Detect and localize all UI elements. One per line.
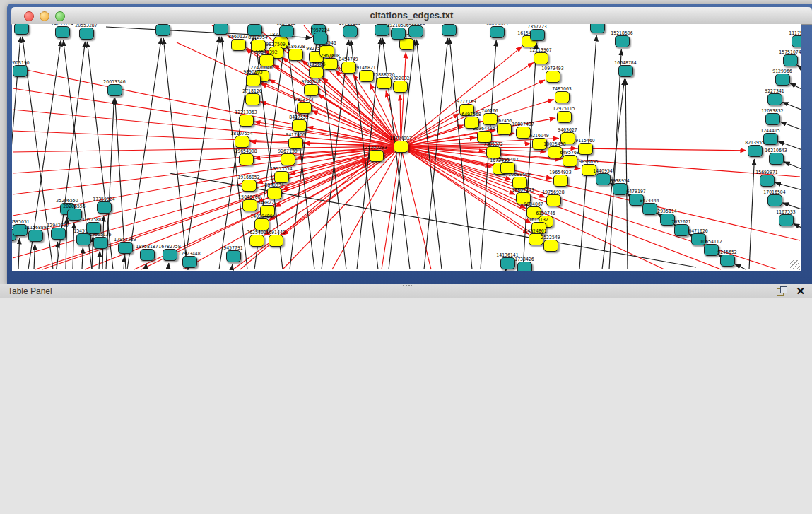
graph-node[interactable] [779, 214, 794, 226]
network-window-titlebar[interactable]: citations_edges.txt [11, 7, 812, 25]
graph-node[interactable] [534, 52, 548, 64]
graph-node[interactable] [247, 24, 262, 36]
graph-node[interactable] [107, 84, 122, 96]
graph-node[interactable] [442, 24, 457, 36]
graph-node[interactable] [288, 137, 303, 149]
network-canvas[interactable]: 1872400786601238912954182260589827509818… [12, 24, 801, 271]
graph-node[interactable] [242, 199, 257, 211]
graph-node[interactable] [313, 33, 328, 45]
resize-grip[interactable] [790, 260, 800, 270]
graph-node[interactable] [393, 81, 408, 93]
graph-node[interactable] [343, 25, 358, 37]
graph-node[interactable] [775, 74, 790, 86]
graph-node[interactable] [596, 173, 611, 185]
graph-node[interactable] [28, 230, 43, 242]
graph-node[interactable] [691, 233, 706, 245]
graph-node[interactable] [245, 93, 260, 105]
graph-node[interactable] [760, 175, 775, 187]
graph-node[interactable] [618, 65, 633, 77]
graph-node[interactable] [242, 180, 257, 192]
graph-node[interactable] [163, 249, 177, 261]
graph-node[interactable] [560, 132, 575, 144]
graph-node[interactable] [399, 38, 414, 50]
graph-node[interactable] [408, 25, 423, 37]
graph-node[interactable] [323, 58, 338, 70]
graph-node[interactable] [226, 250, 241, 262]
graph-node[interactable] [13, 65, 28, 77]
graph-node[interactable] [260, 205, 275, 217]
graph-node[interactable] [546, 71, 560, 83]
graph-node[interactable] [546, 194, 561, 206]
graph-node[interactable] [269, 235, 283, 247]
graph-node[interactable] [375, 24, 389, 36]
graph-node[interactable] [464, 117, 479, 129]
graph-node[interactable] [765, 113, 780, 125]
graph-node[interactable] [553, 175, 568, 187]
graph-node[interactable] [249, 235, 264, 247]
graph-node[interactable] [377, 77, 392, 89]
graph-node[interactable] [246, 74, 261, 86]
graph-node[interactable] [615, 35, 630, 47]
graph-node[interactable] [281, 153, 295, 165]
graph-node[interactable] [517, 262, 532, 272]
graph-node[interactable] [767, 194, 782, 206]
graph-node[interactable] [93, 237, 108, 249]
graph-node[interactable] [543, 240, 558, 252]
graph-node[interactable] [483, 113, 498, 125]
graph-node[interactable] [660, 214, 675, 226]
graph-node[interactable] [590, 24, 605, 33]
graph-node[interactable] [155, 24, 170, 36]
graph-node[interactable] [497, 123, 512, 135]
graph-node[interactable] [500, 257, 515, 269]
graph-node[interactable] [369, 150, 384, 162]
graph-node[interactable] [259, 54, 274, 66]
graph-node[interactable] [274, 171, 289, 183]
graph-node[interactable] [767, 93, 782, 105]
graph-node[interactable] [763, 133, 778, 145]
graph-node[interactable] [704, 244, 719, 256]
close-panel-icon[interactable]: ✕ [796, 285, 805, 297]
graph-node[interactable] [500, 162, 515, 174]
splitter-handle-icon[interactable] [402, 284, 412, 288]
graph-node[interactable] [486, 146, 501, 158]
graph-node[interactable] [783, 54, 798, 66]
graph-node[interactable] [512, 177, 527, 189]
float-panel-icon[interactable] [777, 286, 787, 296]
graph-node[interactable] [304, 84, 319, 96]
graph-node[interactable] [748, 145, 763, 157]
graph-node[interactable] [359, 70, 374, 82]
graph-node[interactable] [548, 146, 563, 158]
graph-node[interactable] [97, 201, 112, 214]
graph-node[interactable] [516, 127, 531, 139]
graph-node[interactable] [529, 233, 543, 245]
graph-node[interactable] [140, 249, 155, 261]
graph-node[interactable] [578, 143, 593, 155]
graph-node[interactable] [86, 222, 101, 234]
graph-node[interactable] [530, 29, 545, 41]
graph-node[interactable] [477, 131, 492, 143]
graph-node[interactable] [79, 28, 94, 40]
graph-node[interactable] [239, 115, 254, 127]
graph-node[interactable] [769, 153, 784, 165]
graph-node[interactable] [297, 102, 312, 114]
graph-node[interactable] [516, 192, 531, 204]
graph-node[interactable] [239, 153, 254, 165]
graph-node[interactable] [251, 40, 266, 52]
graph-node[interactable] [292, 119, 307, 132]
graph-node[interactable] [555, 91, 570, 103]
graph-node[interactable] [459, 104, 474, 116]
graph-node[interactable] [582, 164, 596, 176]
graph-node[interactable] [235, 136, 249, 148]
graph-node[interactable] [394, 141, 408, 153]
graph-node[interactable] [51, 228, 66, 240]
graph-node[interactable] [391, 28, 406, 40]
graph-node[interactable] [55, 26, 70, 38]
graph-node[interactable] [309, 66, 324, 78]
graph-node[interactable] [613, 183, 628, 195]
graph-node[interactable] [319, 45, 334, 57]
graph-node[interactable] [182, 256, 197, 268]
graph-node[interactable] [13, 224, 28, 236]
graph-node[interactable] [642, 203, 657, 215]
graph-node[interactable] [720, 255, 735, 267]
graph-node[interactable] [341, 62, 356, 74]
